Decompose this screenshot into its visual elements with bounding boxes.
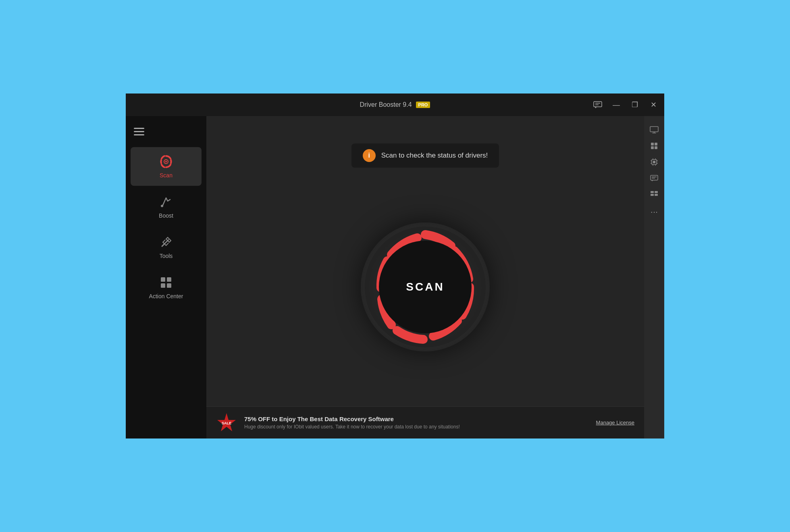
right-panel-more-icon[interactable]: ··· bbox=[647, 205, 661, 219]
svg-rect-31 bbox=[651, 175, 658, 180]
svg-rect-20 bbox=[655, 146, 657, 149]
svg-rect-35 bbox=[655, 191, 658, 193]
right-panel-windows-icon[interactable] bbox=[647, 139, 661, 153]
svg-rect-0 bbox=[594, 102, 602, 107]
promo-description: Huge discount only for IObit valued user… bbox=[244, 424, 589, 430]
sidebar-item-scan[interactable]: Scan bbox=[131, 147, 202, 186]
scan-button[interactable]: SCAN bbox=[379, 241, 472, 333]
pro-badge: PRO bbox=[416, 102, 430, 108]
svg-rect-19 bbox=[651, 146, 654, 149]
nav-items: Scan Boost bbox=[126, 144, 206, 310]
restore-button[interactable]: ❐ bbox=[629, 99, 641, 111]
right-panel-chip-icon[interactable] bbox=[647, 155, 661, 169]
scan-label: Scan bbox=[160, 172, 173, 179]
boost-label: Boost bbox=[159, 212, 173, 219]
scan-nav-icon bbox=[159, 154, 173, 169]
sidebar-item-action-center[interactable]: Action Center bbox=[131, 268, 202, 307]
svg-rect-9 bbox=[161, 283, 165, 288]
app-window: Driver Booster 9.4 PRO — ❐ ✕ bbox=[125, 93, 665, 439]
app-name: Driver Booster 9.4 bbox=[360, 101, 412, 108]
svg-rect-34 bbox=[651, 191, 654, 193]
window-title: Driver Booster 9.4 PRO bbox=[360, 101, 430, 108]
svg-text:SALE: SALE bbox=[222, 421, 231, 425]
svg-rect-22 bbox=[653, 161, 655, 163]
sale-badge-icon: SALE bbox=[216, 412, 237, 433]
right-panel-monitor-icon[interactable] bbox=[647, 123, 661, 137]
svg-rect-16 bbox=[650, 127, 658, 132]
bottom-bar: SALE 75% OFF to Enjoy The Best Data Reco… bbox=[206, 406, 644, 438]
svg-point-6 bbox=[161, 205, 163, 207]
svg-rect-37 bbox=[655, 194, 658, 196]
info-icon: i bbox=[363, 149, 376, 162]
tools-nav-icon bbox=[159, 235, 173, 249]
manage-license-link[interactable]: Manage License bbox=[596, 420, 634, 426]
svg-point-5 bbox=[165, 161, 167, 162]
scan-button-label: SCAN bbox=[406, 281, 444, 293]
tools-label: Tools bbox=[160, 253, 173, 259]
sidebar-item-boost[interactable]: Boost bbox=[131, 187, 202, 226]
scan-button-outer[interactable]: SCAN bbox=[361, 222, 490, 351]
scan-area: SCAN bbox=[206, 168, 644, 406]
svg-rect-36 bbox=[651, 194, 654, 196]
info-banner: i Scan to check the status of drivers! bbox=[351, 143, 499, 168]
close-button[interactable]: ✕ bbox=[647, 99, 659, 111]
sidebar-item-tools[interactable]: Tools bbox=[131, 228, 202, 266]
bottom-promo-text: 75% OFF to Enjoy The Best Data Recovery … bbox=[244, 416, 589, 430]
action-center-label: Action Center bbox=[149, 293, 183, 299]
promo-title: 75% OFF to Enjoy The Best Data Recovery … bbox=[244, 416, 589, 422]
sidebar: Scan Boost bbox=[126, 116, 206, 438]
titlebar: Driver Booster 9.4 PRO — ❐ ✕ bbox=[126, 94, 664, 116]
action-center-nav-icon bbox=[159, 275, 173, 290]
right-panel-message-icon[interactable] bbox=[647, 171, 661, 185]
svg-rect-18 bbox=[655, 143, 657, 145]
minimize-button[interactable]: — bbox=[610, 99, 622, 111]
svg-rect-17 bbox=[651, 143, 654, 145]
chat-icon[interactable] bbox=[592, 99, 604, 111]
right-panel-grid-icon[interactable] bbox=[647, 187, 661, 202]
main-layout: Scan Boost bbox=[126, 116, 664, 438]
svg-rect-8 bbox=[167, 277, 171, 282]
menu-toggle-button[interactable] bbox=[126, 119, 206, 144]
right-panel: ··· bbox=[644, 116, 664, 438]
content-area: i Scan to check the status of drivers! bbox=[206, 116, 644, 438]
boost-nav-icon bbox=[159, 195, 173, 209]
svg-rect-7 bbox=[161, 277, 165, 282]
info-text: Scan to check the status of drivers! bbox=[381, 152, 488, 160]
window-controls: — ❐ ✕ bbox=[592, 94, 659, 116]
svg-rect-10 bbox=[167, 283, 171, 288]
